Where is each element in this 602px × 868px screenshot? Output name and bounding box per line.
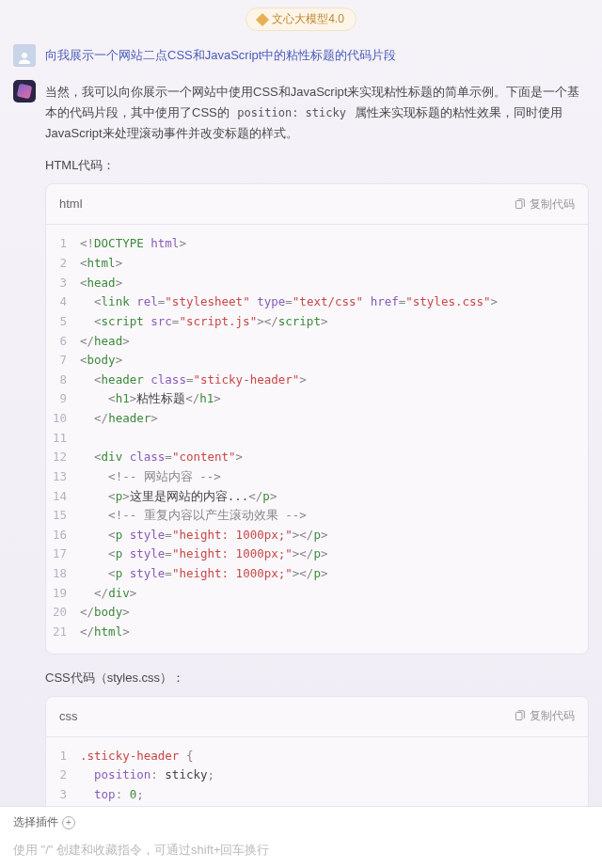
code-line: 21</html> xyxy=(46,623,588,642)
inline-code: position: sticky xyxy=(232,105,351,120)
html-code-body[interactable]: 1<!DOCTYPE html>2<html>3<head>4 <link re… xyxy=(46,225,588,653)
line-content: <p style="height: 1000px;"></p> xyxy=(80,544,588,564)
line-number: 9 xyxy=(46,389,80,409)
code-line: 12 <div class="content"> xyxy=(46,448,588,467)
line-number: 10 xyxy=(46,409,80,429)
line-number: 7 xyxy=(46,351,80,371)
code-line: 11 xyxy=(46,429,588,449)
copy-label: 复制代码 xyxy=(530,708,575,724)
copy-code-button[interactable]: 复制代码 xyxy=(514,708,575,724)
plus-circle-icon: + xyxy=(62,816,75,829)
line-content: <header class="sticky-header"> xyxy=(80,371,588,390)
line-number: 6 xyxy=(46,332,80,352)
code-line: 6</head> xyxy=(46,332,588,352)
ai-avatar xyxy=(13,80,36,103)
code-lang-label: html xyxy=(59,194,83,214)
code-line: 13 <!-- 网站内容 --> xyxy=(46,467,588,487)
line-content: <!DOCTYPE html> xyxy=(80,234,588,254)
code-line: 16 <p style="height: 1000px;"></p> xyxy=(46,526,588,545)
bottom-input-bar: 选择插件 + 使用 "/" 创建和收藏指令，可通过shift+回车换行 xyxy=(0,806,602,868)
line-number: 17 xyxy=(46,544,80,564)
copy-label: 复制代码 xyxy=(530,197,575,213)
code-line: 9 <h1>粘性标题</h1> xyxy=(46,389,588,409)
code-line: 1<!DOCTYPE html> xyxy=(46,234,588,254)
html-code-block: html 复制代码 1<!DOCTYPE html>2<html>3<head>… xyxy=(45,183,589,654)
code-line: 5 <script src="script.js"></script> xyxy=(46,312,588,332)
line-content: </header> xyxy=(80,409,588,429)
code-lang-label: css xyxy=(59,706,78,727)
line-content: <p style="height: 1000px;"></p> xyxy=(80,564,588,584)
code-line: 8 <header class="sticky-header"> xyxy=(46,371,588,390)
user-message-text: 向我展示一个网站二点CSS和JavaScript中的粘性标题的代码片段 xyxy=(45,44,396,64)
line-number: 11 xyxy=(46,429,80,449)
copy-icon xyxy=(514,710,526,722)
svg-rect-0 xyxy=(515,200,522,208)
copy-code-button[interactable]: 复制代码 xyxy=(514,197,575,213)
line-content: <p style="height: 1000px;"></p> xyxy=(80,526,588,545)
line-content: <h1>粘性标题</h1> xyxy=(80,389,588,409)
line-content: <!-- 重复内容以产生滚动效果 --> xyxy=(80,506,588,526)
line-content: <!-- 网站内容 --> xyxy=(80,467,588,487)
line-number: 8 xyxy=(46,371,80,390)
chat-input[interactable]: 使用 "/" 创建和收藏指令，可通过shift+回车换行 xyxy=(13,838,589,864)
plugin-label: 选择插件 xyxy=(13,814,58,830)
line-content: </head> xyxy=(80,332,588,352)
line-content xyxy=(80,429,588,449)
line-content: </body> xyxy=(80,603,588,623)
css-section-label: CSS代码（styles.css）： xyxy=(45,668,589,688)
model-badge-inner[interactable]: 文心大模型4.0 xyxy=(246,8,356,31)
line-number: 12 xyxy=(46,448,80,467)
user-message-row: 向我展示一个网站二点CSS和JavaScript中的粘性标题的代码片段 xyxy=(0,37,602,80)
code-line: 3<head> xyxy=(46,274,588,293)
line-number: 21 xyxy=(46,623,80,642)
line-number: 2 xyxy=(46,254,80,274)
ai-intro-paragraph: 当然，我可以向你展示一个网站中使用CSS和JavaScript来实现粘性标题的简… xyxy=(45,82,589,144)
code-line: 4 <link rel="stylesheet" type="text/css"… xyxy=(46,292,588,312)
line-content: <link rel="stylesheet" type="text/css" h… xyxy=(80,292,588,312)
line-content: </div> xyxy=(80,584,588,604)
ai-message-row: 当然，我可以向你展示一个网站中使用CSS和JavaScript来实现粘性标题的简… xyxy=(0,80,602,868)
line-number: 2 xyxy=(46,765,80,785)
model-badge: 文心大模型4.0 xyxy=(0,0,602,37)
code-line: 17 <p style="height: 1000px;"></p> xyxy=(46,544,588,564)
line-number: 15 xyxy=(46,506,80,526)
line-content: top: 0; xyxy=(80,785,588,805)
line-number: 20 xyxy=(46,603,80,623)
line-content: <script src="script.js"></script> xyxy=(80,312,588,332)
code-line: 19 </div> xyxy=(46,584,588,604)
line-number: 3 xyxy=(46,274,80,293)
ai-message-content: 当然，我可以向你展示一个网站中使用CSS和JavaScript来实现粘性标题的简… xyxy=(45,80,589,868)
code-line: 18 <p style="height: 1000px;"></p> xyxy=(46,564,588,584)
line-content: <p>这里是网站的内容...</p> xyxy=(80,487,588,507)
line-content: <head> xyxy=(80,274,588,293)
line-content: <body> xyxy=(80,351,588,371)
copy-icon xyxy=(514,198,526,211)
code-line: 1.sticky-header { xyxy=(46,747,588,766)
person-icon xyxy=(16,50,33,67)
code-header: css 复制代码 xyxy=(46,697,588,737)
code-line: 3 top: 0; xyxy=(46,785,588,805)
line-number: 13 xyxy=(46,467,80,487)
line-content: position: sticky; xyxy=(80,765,588,785)
model-name: 文心大模型4.0 xyxy=(272,11,344,27)
diamond-icon xyxy=(256,12,269,25)
code-line: 2<html> xyxy=(46,254,588,274)
plugin-selector[interactable]: 选择插件 + xyxy=(13,814,589,830)
code-line: 20</body> xyxy=(46,603,588,623)
line-number: 5 xyxy=(46,312,80,332)
line-number: 3 xyxy=(46,785,80,805)
code-header: html 复制代码 xyxy=(46,184,588,225)
svg-rect-1 xyxy=(515,713,522,720)
code-line: 10 </header> xyxy=(46,409,588,429)
line-number: 19 xyxy=(46,584,80,604)
line-number: 4 xyxy=(46,292,80,312)
line-number: 1 xyxy=(46,234,80,254)
line-number: 16 xyxy=(46,526,80,545)
code-line: 15 <!-- 重复内容以产生滚动效果 --> xyxy=(46,506,588,526)
line-content: <div class="content"> xyxy=(80,448,588,467)
line-number: 18 xyxy=(46,564,80,584)
code-line: 7<body> xyxy=(46,351,588,371)
line-number: 14 xyxy=(46,487,80,507)
line-number: 1 xyxy=(46,747,80,766)
code-line: 2 position: sticky; xyxy=(46,765,588,785)
